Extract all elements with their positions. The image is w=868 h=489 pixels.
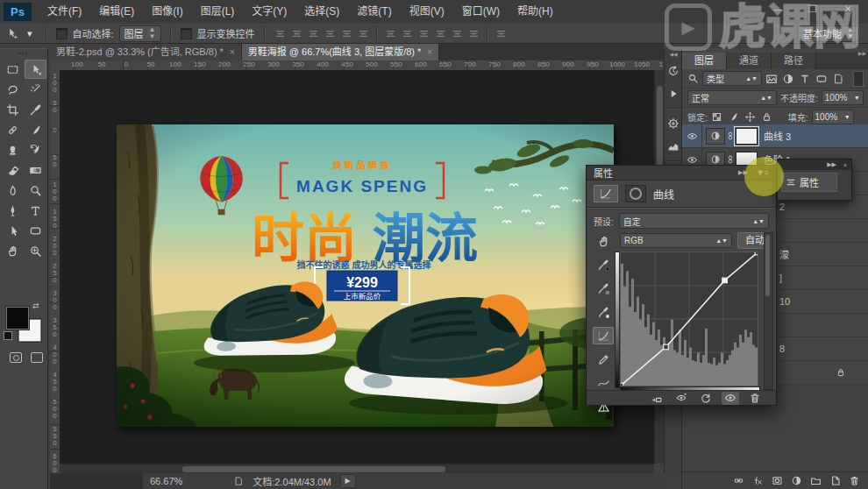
eraser-tool[interactable] — [2, 160, 24, 180]
tab-close-icon[interactable]: × — [230, 44, 235, 60]
lock-pixels-icon[interactable] — [728, 111, 739, 123]
minibox-close-icon[interactable]: × — [843, 162, 847, 168]
align-right-edges-icon[interactable] — [358, 28, 369, 39]
layer-row-曲线 3[interactable]: 曲线 3 — [682, 124, 868, 148]
menu-item-1[interactable]: 编辑(E) — [90, 0, 143, 24]
histogram-panel-button[interactable] — [665, 135, 682, 158]
shape-tool[interactable] — [25, 221, 46, 240]
new-group-icon[interactable] — [810, 475, 822, 486]
close-button[interactable]: ✕ — [836, 3, 859, 17]
healing-brush-tool[interactable] — [2, 120, 24, 139]
distribute-horizontal-centers-icon[interactable] — [452, 28, 463, 39]
align-top-edges-icon[interactable] — [274, 28, 286, 39]
layer-mask-icon[interactable] — [625, 185, 646, 202]
filter-adjustment-layers-icon[interactable] — [782, 73, 794, 85]
magic-wand-tool[interactable] — [25, 80, 46, 99]
zoom-level[interactable]: 66.67% — [150, 476, 182, 486]
align-left-edges-icon[interactable] — [324, 28, 336, 39]
auto-align-layers-icon[interactable] — [495, 28, 507, 39]
menu-item-6[interactable]: 滤镜(T) — [348, 0, 400, 24]
reset-adjustment-button[interactable] — [697, 392, 715, 405]
view-previous-state-button[interactable] — [672, 392, 690, 405]
path-selection-tool[interactable] — [2, 221, 24, 240]
filter-toggle[interactable] — [853, 71, 864, 87]
menu-item-5[interactable]: 选择(S) — [295, 0, 348, 24]
new-layer-icon[interactable] — [829, 475, 841, 486]
layer-visibility-toggle[interactable] — [682, 124, 702, 147]
clip-to-layer-button[interactable] — [648, 392, 665, 405]
menu-item-7[interactable]: 视图(V) — [401, 0, 453, 24]
workspace-switcher[interactable]: 基本功能▲▼ — [798, 25, 859, 42]
tab-close-icon[interactable]: × — [427, 44, 432, 60]
filter-pixel-layers-icon[interactable] — [765, 73, 778, 85]
align-horizontal-centers-icon[interactable] — [341, 28, 352, 39]
smudge-tool[interactable] — [2, 181, 24, 200]
dock-collapse-icon[interactable]: ◀◀ — [665, 48, 682, 60]
menu-item-8[interactable]: 窗口(W) — [453, 0, 509, 24]
opacity-value[interactable]: 100%▼ — [822, 90, 864, 105]
gradient-tool[interactable] — [25, 160, 46, 180]
quick-mask-button[interactable] — [7, 351, 25, 365]
canvas-document[interactable]: 焕新品牌会 MAGK SPENG 时尚 潮流 挡不住的诱惑 成功男人的专属选择 … — [117, 124, 614, 427]
curves-grid[interactable] — [620, 252, 758, 386]
toggle-visibility-button[interactable] — [722, 392, 739, 405]
document-tab-0[interactable]: 男鞋-2.psd @ 33.3% (广告词, RGB/8) *× — [50, 44, 242, 60]
curves-adjustment-icon[interactable] — [594, 185, 618, 202]
panel-collapse-icon[interactable]: ▶▶ — [858, 50, 866, 56]
edit-points-tool[interactable] — [593, 327, 614, 344]
minimize-button[interactable]: — — [766, 3, 789, 17]
swap-colors-icon[interactable]: ⇄ — [32, 301, 39, 310]
new-adjustment-layer-icon[interactable] — [791, 475, 802, 486]
distribute-vertical-centers-icon[interactable] — [402, 28, 413, 39]
panel-tab-通道[interactable]: 通道 — [727, 53, 772, 69]
screen-mode-button[interactable] — [28, 351, 46, 365]
document-tab-1[interactable]: 男鞋海报 @ 66.7%(曲线 3, 图层蒙版/8) *× — [242, 44, 439, 60]
delete-adjustment-button[interactable] — [746, 392, 764, 405]
channel-dropdown[interactable]: RGB▲▼ — [620, 233, 732, 248]
link-layers-icon[interactable] — [733, 475, 744, 486]
targeted-adjustment-tool[interactable] — [593, 232, 614, 250]
fill-value[interactable]: 100%▼ — [812, 110, 854, 124]
distribute-right-edges-icon[interactable] — [468, 28, 480, 39]
lasso-tool[interactable] — [2, 80, 24, 99]
floating-properties-tab[interactable]: ▶▶ × 属性 — [777, 159, 852, 201]
history-panel-button[interactable] — [665, 60, 682, 82]
hand-tool[interactable] — [2, 241, 24, 260]
menu-item-4[interactable]: 文字(Y) — [243, 0, 295, 24]
move-tool[interactable] — [25, 60, 46, 79]
distribute-top-edges-icon[interactable] — [385, 28, 396, 39]
filter-smart-objects-icon[interactable] — [832, 73, 844, 85]
blend-mode-dropdown[interactable]: 正常▲▼ — [687, 90, 777, 105]
menu-item-0[interactable]: 文件(F) — [39, 0, 90, 24]
history-brush-tool[interactable] — [25, 140, 46, 159]
gray-point-eyedropper[interactable] — [593, 280, 614, 297]
auto-select-target-dropdown[interactable]: 图层▲▼ — [119, 25, 161, 42]
distribute-left-edges-icon[interactable] — [435, 28, 446, 39]
menu-item-3[interactable]: 图层(L) — [192, 0, 244, 24]
status-options-arrow[interactable]: ▶ — [340, 474, 356, 488]
dodge-tool[interactable] — [25, 181, 46, 200]
navigator-panel-button[interactable] — [665, 112, 682, 135]
type-tool[interactable] — [25, 201, 46, 220]
lock-transparent-icon[interactable] — [711, 111, 722, 123]
foreground-color-swatch[interactable] — [6, 307, 29, 330]
clone-stamp-tool[interactable] — [2, 140, 24, 159]
show-transform-checkbox[interactable] — [181, 28, 192, 39]
layer-mask-thumbnail[interactable] — [736, 128, 758, 145]
canvas-pasteboard[interactable]: 焕新品牌会 MAGK SPENG 时尚 潮流 挡不住的诱惑 成功男人的专属选择 … — [60, 70, 654, 473]
draw-curve-pencil[interactable] — [593, 351, 614, 368]
filter-type-layers-icon[interactable] — [799, 73, 811, 85]
lock-all-icon[interactable] — [761, 111, 772, 123]
delete-layer-icon[interactable] — [849, 475, 860, 486]
rectangular-marquee-tool[interactable] — [2, 60, 24, 79]
filter-type-dropdown[interactable]: 类型▲▼ — [702, 71, 762, 86]
preset-dropdown[interactable]: 自定▲▼ — [619, 213, 769, 229]
menu-item-2[interactable]: 图像(I) — [143, 0, 191, 24]
auto-select-checkbox[interactable] — [56, 28, 68, 39]
align-bottom-edges-icon[interactable] — [308, 28, 319, 39]
brush-tool[interactable] — [25, 120, 46, 139]
actions-play-panel-button[interactable] — [665, 82, 682, 105]
zoom-tool[interactable] — [25, 241, 46, 260]
pen-tool[interactable] — [2, 201, 24, 220]
panel-tab-图层[interactable]: 图层 — [682, 53, 727, 69]
